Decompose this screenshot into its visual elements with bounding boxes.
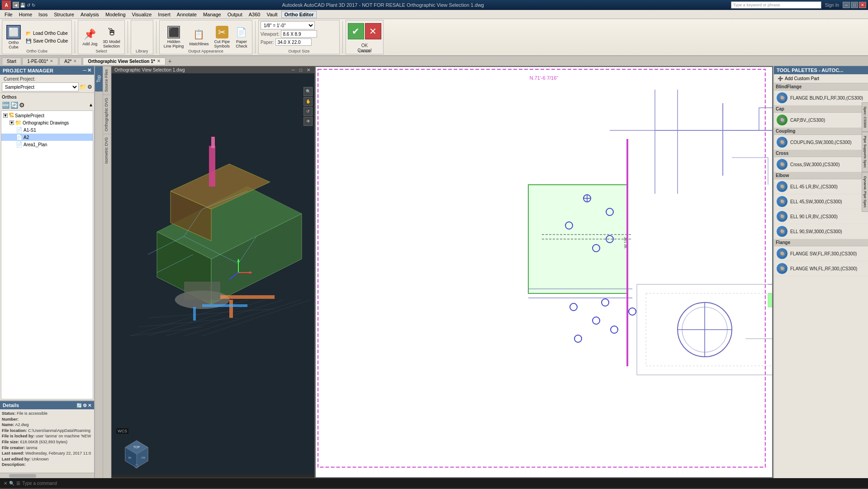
cut-pipe-symbols-btn[interactable]: ✂ Cut PipeSymbols: [212, 24, 232, 50]
source-files-label[interactable]: Source Files: [103, 66, 111, 95]
menu-visualize[interactable]: Visualize: [129, 11, 155, 18]
palette-item-ell90lr[interactable]: 🔘 ELL 90 LR,BV,,(CS300): [774, 209, 868, 224]
viewport-close-btn[interactable]: ✕: [305, 67, 312, 72]
viewport-ortho[interactable]: N.71'-6 7/16": [315, 66, 773, 478]
tab-a2[interactable]: A2* ✕: [59, 58, 82, 65]
view-btn[interactable]: 👁: [304, 117, 313, 126]
tab-1pe001[interactable]: 1-PE-001* ✕: [22, 58, 58, 65]
ok-btn[interactable]: ✔: [348, 23, 364, 39]
pan-btn[interactable]: ✋: [304, 97, 313, 106]
menu-manage[interactable]: Manage: [200, 11, 224, 18]
menu-analysis[interactable]: Analysis: [78, 11, 102, 18]
palette-item-ell90sw[interactable]: 🔘 ELL 90,SW,3000,(CS300): [774, 224, 868, 239]
menu-isos[interactable]: Isos: [36, 11, 50, 18]
hidden-line-piping-btn[interactable]: ⬛ HiddenLine Piping: [161, 24, 186, 50]
tree-expand-ortho-drawings[interactable]: ▼: [9, 120, 14, 125]
palette-item-flange-wn[interactable]: 🔘 FLANGE WN,FL,RF,300,(CS300): [774, 261, 868, 276]
tab-ortho-view[interactable]: Orthographic View Selection 1* ✕: [83, 58, 165, 65]
ribbon-group-select: 📌 Add Jog 🖱 3D ModelSelection Select: [78, 20, 125, 54]
menu-insert[interactable]: Insert: [155, 11, 173, 18]
tree-item-a1s1[interactable]: 📄 A1-S1: [1, 126, 93, 134]
minimize-btn[interactable]: ─: [843, 2, 850, 8]
palette-item-coupling[interactable]: 🔘 COUPLING,SW,3000,(CS300): [774, 135, 868, 150]
project-browse-btn[interactable]: 📁: [80, 84, 86, 90]
paper-check-btn[interactable]: 📄 PaperCheck: [233, 24, 250, 50]
cmd-icon-1[interactable]: ✕: [4, 481, 7, 486]
dynamic-pipe-spec-tab[interactable]: Dynamic Pipe Spec: [862, 172, 868, 212]
viewport-minimize-btn[interactable]: ─: [290, 67, 296, 72]
output-size-group-label: Output Size: [259, 49, 339, 53]
palette-item-flange-sw[interactable]: 🔘 FLANGE SW,FL,RF,300,(CS300): [774, 246, 868, 261]
close-btn[interactable]: ✕: [859, 2, 866, 8]
matchlines-btn[interactable]: 📋 Matchlines: [187, 27, 211, 48]
cmd-icon-3[interactable]: ☰: [16, 481, 20, 486]
project-select[interactable]: SampleProject: [2, 82, 79, 91]
tree-item-sample-project[interactable]: ▼ 🏗 SampleProject: [1, 112, 93, 119]
command-line: ✕ 🔍 ☰: [0, 478, 868, 488]
pm-close-btn[interactable]: ✕: [87, 67, 91, 73]
ortho-refresh-btn[interactable]: 🔄: [10, 101, 18, 109]
palette-item-flange-blind[interactable]: 🔘 FLANGE BLIND,FL,RF,300,(CS300): [774, 91, 868, 105]
sign-in-btn[interactable]: Sign In: [825, 3, 839, 8]
tree-item-ortho-drawings[interactable]: ▼ 📁 Orthographic Drawings: [1, 119, 93, 126]
top-view-label[interactable]: Top: [95, 66, 103, 91]
details-close-btn[interactable]: ✕: [88, 403, 91, 408]
details-settings-btn[interactable]: ⚙: [83, 403, 87, 408]
restore-btn[interactable]: □: [851, 2, 858, 8]
menu-output[interactable]: Output: [225, 11, 245, 18]
project-settings-btn[interactable]: ⚙: [87, 84, 92, 90]
menu-structure[interactable]: Structure: [51, 11, 77, 18]
viewport-side-tools: 🔍 ✋ ↺ 👁: [304, 87, 313, 126]
menu-modeling[interactable]: Modeling: [103, 11, 128, 18]
search-input[interactable]: Type a keyword or phrase: [731, 1, 821, 9]
zoom-btn[interactable]: 🔍: [304, 87, 313, 96]
iso-dvg-label[interactable]: Isometric DVG: [103, 134, 111, 167]
left-panel-scrollbar[interactable]: [0, 473, 94, 478]
tree-expand-sample-project[interactable]: ▼: [3, 113, 8, 118]
cmd-icon-2[interactable]: 🔍: [9, 481, 14, 486]
viewport-input[interactable]: [281, 30, 317, 38]
scene-3d[interactable]: [-][SE Isometric][Shaded]: [112, 73, 314, 475]
tab-ortho-view-close[interactable]: ✕: [157, 59, 161, 63]
menu-a360[interactable]: A360: [246, 11, 263, 18]
ortho-dvg-label[interactable]: Orthographic DVG: [103, 95, 111, 134]
tab-a2-close[interactable]: ✕: [73, 59, 77, 63]
paper-input[interactable]: [275, 38, 312, 46]
tree-item-area1-plan[interactable]: 📄 Area1_Plan: [1, 141, 93, 148]
load-ortho-cube-btn[interactable]: 📂 Load Ortho Cube: [24, 30, 70, 37]
tab-start[interactable]: Start: [2, 58, 21, 65]
palette-item-ell45sw[interactable]: 🔘 ELL 45,SW,3000,(CS300): [774, 194, 868, 209]
spec-cs300-tab[interactable]: Spec: CS300: [862, 102, 868, 132]
details-refresh-btn[interactable]: 🔄: [76, 403, 82, 408]
nav-cube[interactable]: TOP FR RI: [121, 438, 152, 470]
ortho-settings-btn[interactable]: ⚙: [19, 101, 25, 109]
ortho-new-btn[interactable]: 🆕: [2, 101, 9, 109]
menu-vault[interactable]: Vault: [264, 11, 280, 18]
palette-item-cap[interactable]: 🔘 CAP,BV,,(CS300): [774, 113, 868, 128]
menu-ortho-editor[interactable]: Ortho Editor: [281, 11, 317, 18]
add-jog-btn[interactable]: 📌 Add Jog: [80, 27, 100, 48]
viewport-restore-btn[interactable]: □: [298, 67, 304, 72]
flange-sw-label: FLANGE SW,FL,RF,300,(CS300): [790, 251, 857, 256]
palette-item-ell45lr[interactable]: 🔘 ELL 45 LR,BV,,(CS300): [774, 179, 868, 194]
pm-minimize-btn[interactable]: ─: [83, 67, 86, 73]
new-tab-btn[interactable]: +: [166, 58, 174, 65]
load-icon: 📂: [26, 31, 31, 36]
command-input[interactable]: [22, 481, 864, 486]
orbit-btn[interactable]: ↺: [304, 107, 313, 116]
menu-annotate[interactable]: Annotate: [174, 11, 199, 18]
3d-model-selection-btn[interactable]: 🖱 3D ModelSelection: [100, 24, 123, 50]
quick-access-btn[interactable]: ◀: [13, 2, 19, 8]
pipe-supports-spec-tab[interactable]: Pipe Supports Spec: [862, 132, 868, 172]
save-ortho-cube-btn[interactable]: 💾 Save Ortho Cube: [24, 38, 70, 44]
ortho-cube-btn[interactable]: ⬜ OrthoCube: [4, 24, 23, 51]
tree-item-a2[interactable]: 📄 A2: [1, 134, 93, 141]
add-custom-part-btn[interactable]: ➕ Add Custom Part: [774, 74, 868, 83]
menu-home[interactable]: Home: [16, 11, 35, 18]
scale-select[interactable]: 1/8" = 1'-0": [261, 21, 315, 29]
menu-file[interactable]: File: [2, 11, 15, 18]
palette-item-cross[interactable]: 🔘 Cross,SW,3000,(CS300): [774, 157, 868, 172]
cancel-btn[interactable]: ✕: [365, 23, 381, 39]
panel-collapse-btn[interactable]: ▴: [90, 101, 92, 109]
tab-1pe001-close[interactable]: ✕: [50, 59, 53, 63]
